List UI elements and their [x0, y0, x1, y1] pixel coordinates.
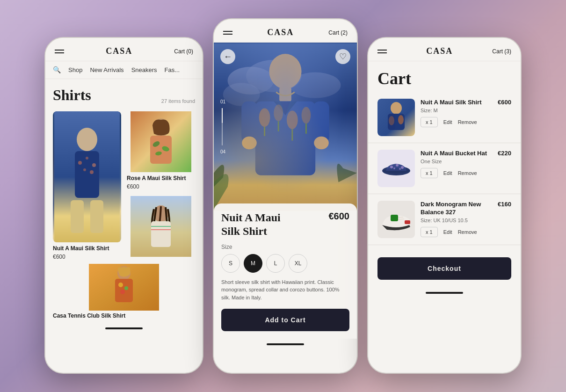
svg-point-7 — [92, 163, 96, 167]
svg-point-55 — [382, 168, 410, 174]
brand-logo-2: CASA — [267, 28, 294, 37]
nav-bar: 🔍 Shop New Arrivals Sneakers Fas... — [45, 61, 203, 79]
svg-rect-64 — [405, 220, 410, 224]
svg-rect-44 — [313, 102, 329, 143]
cart-item-img-1 — [377, 99, 415, 136]
svg-rect-18 — [151, 221, 171, 247]
phone1-bottom-bar — [45, 323, 203, 334]
product-detail-image-wrap: ← ♡ 01 04 — [214, 43, 357, 211]
remove-btn-3[interactable]: Remove — [458, 229, 477, 235]
svg-rect-27 — [214, 44, 357, 210]
listing-title: Shirts — [53, 87, 91, 104]
size-l[interactable]: L — [266, 254, 285, 273]
svg-point-8 — [83, 168, 86, 171]
phone2-header: CASA Cart (2) — [214, 19, 357, 43]
product-detail-image: ← ♡ 01 04 — [214, 43, 357, 211]
cart-item-info-1: Nuit A Maui Silk Shirt €600 Size: M x 1 … — [421, 99, 511, 127]
add-to-cart-button[interactable]: Add to Cart — [221, 309, 349, 331]
back-button[interactable]: ← — [220, 49, 235, 64]
cart-item-name-2: Nuit A Maui Bucket Hat — [421, 150, 487, 158]
size-options: S M L XL — [221, 254, 349, 273]
cart-item-price-2: €220 — [498, 150, 511, 158]
cart-item-info-3: Dark Monogram New Balance 327 €160 Size:… — [421, 201, 511, 237]
svg-point-31 — [223, 83, 260, 106]
cart-item-actions-3: x 1 Edit Remove — [421, 227, 511, 237]
product-description: Short sleeve silk shirt with Hawaiian pr… — [221, 278, 349, 302]
cart-item-name-3: Dark Monogram New Balance 327 — [421, 201, 498, 217]
size-label: Size — [221, 244, 349, 250]
cart-item-2: Nuit A Maui Bucket Hat €220 One Size x 1… — [368, 143, 521, 194]
product-card-1[interactable]: Nuit A Maui Silk Shirt €600 — [53, 111, 121, 260]
nav-new-arrivals[interactable]: New Arrivals — [90, 66, 123, 73]
cart-item-size-3: Size: UK 10/US 10.5 — [421, 218, 511, 223]
svg-point-32 — [269, 54, 301, 89]
cart-item-img-2 — [377, 150, 415, 187]
hamburger-menu-2[interactable] — [223, 31, 232, 35]
nav-shop[interactable]: Shop — [68, 66, 82, 73]
slide-line — [222, 108, 223, 145]
cart-item-name-row-1: Nuit A Maui Silk Shirt €600 — [421, 99, 511, 107]
detail-product-price: €600 — [329, 211, 350, 222]
svg-point-41 — [302, 107, 311, 124]
product-card-3[interactable] — [127, 196, 195, 260]
svg-point-46 — [314, 137, 329, 150]
cart-count[interactable]: Cart (0) — [174, 48, 193, 55]
detail-product-name: Nuit A Maui Silk Shirt — [221, 211, 298, 238]
cart-count-2[interactable]: Cart (2) — [328, 29, 348, 36]
edit-btn-2[interactable]: Edit — [443, 170, 452, 176]
svg-point-48 — [391, 102, 402, 114]
product-name-2: Rose A Maui Silk Shirt — [127, 175, 195, 182]
svg-rect-34 — [255, 102, 315, 175]
cart-item-1: Nuit A Maui Silk Shirt €600 Size: M x 1 … — [368, 92, 521, 143]
remove-btn-1[interactable]: Remove — [458, 119, 477, 125]
svg-point-9 — [90, 170, 94, 174]
product-card-2[interactable]: Rose A Maui Silk Shirt €600 — [127, 111, 195, 190]
phone3-bottom-bar — [368, 287, 521, 298]
brand-logo: CASA — [106, 46, 132, 56]
items-count: 27 items found — [161, 98, 195, 104]
cart-item-info-2: Nuit A Maui Bucket Hat €220 One Size x 1… — [421, 150, 511, 178]
search-icon[interactable]: 🔍 — [53, 66, 61, 74]
nav-sneakers[interactable]: Sneakers — [131, 66, 157, 73]
svg-point-28 — [228, 67, 274, 94]
svg-point-60 — [399, 168, 401, 170]
phone-cart: CASA Cart (3) Cart — [367, 37, 522, 374]
brand-logo-3: CASA — [426, 46, 453, 56]
size-s[interactable]: S — [221, 254, 240, 273]
hamburger-menu[interactable] — [55, 50, 64, 53]
cart-item-size-2: One Size — [421, 159, 511, 164]
svg-point-26 — [120, 290, 125, 294]
svg-point-5 — [78, 161, 82, 165]
size-xl[interactable]: XL — [289, 254, 307, 273]
cart-item-name-row-2: Nuit A Maui Bucket Hat €220 — [421, 150, 511, 158]
svg-point-45 — [242, 137, 257, 150]
cart-item-size-1: Size: M — [421, 108, 511, 113]
slide-start: 01 — [220, 99, 225, 104]
svg-rect-52 — [388, 114, 395, 130]
slide-end: 04 — [220, 149, 225, 154]
svg-point-25 — [124, 286, 128, 290]
detail-name-row: Nuit A Maui Silk Shirt €600 — [221, 211, 349, 238]
wishlist-button[interactable]: ♡ — [335, 49, 350, 64]
svg-rect-4 — [90, 200, 103, 233]
phones-container: CASA Cart (0) 🔍 Shop New Arrivals Sneake… — [35, 9, 531, 383]
cart-item-qty-2[interactable]: x 1 — [421, 168, 438, 178]
phone2-bottom-bar — [214, 339, 357, 350]
remove-btn-2[interactable]: Remove — [458, 170, 477, 176]
cart-item-qty-3[interactable]: x 1 — [421, 227, 438, 237]
cart-item-actions-1: x 1 Edit Remove — [421, 117, 511, 127]
cart-item-qty-1[interactable]: x 1 — [421, 117, 438, 127]
checkout-button[interactable]: Checkout — [377, 257, 511, 280]
edit-btn-1[interactable]: Edit — [443, 119, 452, 125]
edit-btn-3[interactable]: Edit — [443, 229, 452, 235]
cart-item-name-row-3: Dark Monogram New Balance 327 €160 — [421, 201, 511, 217]
cart-item-price-3: €160 — [498, 201, 511, 217]
phone-listing: CASA Cart (0) 🔍 Shop New Arrivals Sneake… — [44, 37, 203, 374]
svg-point-30 — [290, 73, 341, 98]
size-m[interactable]: M — [244, 254, 262, 273]
cart-count-3[interactable]: Cart (3) — [492, 48, 511, 55]
product-price-2: €600 — [127, 183, 195, 190]
cart-item-img-3 — [377, 201, 415, 238]
nav-more[interactable]: Fas... — [165, 66, 180, 73]
hamburger-menu-3[interactable] — [377, 50, 387, 53]
